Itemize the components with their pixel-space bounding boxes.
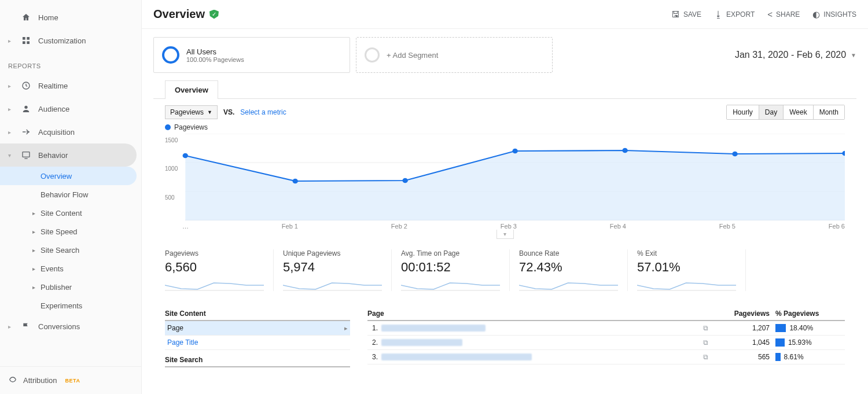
pct-bar [775, 338, 785, 347]
nav-audience[interactable]: ▸ Audience [0, 97, 141, 120]
gran-hourly[interactable]: Hourly [727, 105, 759, 119]
segment-all-users[interactable]: All Users 100.00% Pageviews [153, 37, 350, 73]
insights-icon: ◐ [812, 9, 820, 20]
row-pageviews: 1,207 [712, 324, 770, 332]
sparkline [401, 278, 500, 291]
line-chart: 1500 1000 500 [165, 134, 845, 220]
scorecard[interactable]: Pageviews 6,560 [165, 249, 274, 291]
subitem-publisher[interactable]: Publisher [0, 278, 141, 296]
metric-dropdown[interactable]: Pageviews▼ [165, 105, 218, 119]
redacted-text [381, 354, 532, 360]
scorecard[interactable]: Bounce Rate 72.43% [519, 249, 628, 291]
sparkline [283, 278, 382, 291]
vs-label: VS. [223, 108, 234, 116]
share-icon: < [767, 9, 773, 19]
nav-acquisition[interactable]: ▸ Acquisition [0, 120, 141, 143]
scorecard[interactable]: Avg. Time on Page 00:01:52 [401, 249, 510, 291]
gran-day[interactable]: Day [759, 105, 784, 119]
pct-value: 8.61% [784, 353, 804, 361]
svg-rect-2 [23, 41, 25, 44]
subitem-overview[interactable]: Overview [0, 167, 137, 185]
segment-title: All Users [186, 47, 244, 56]
popout-icon[interactable]: ⧉ [703, 324, 708, 332]
scorecard[interactable]: % Exit 57.01% [637, 249, 746, 291]
beta-badge: BETA [65, 378, 80, 384]
subitem-behavior-flow[interactable]: Behavior Flow [0, 185, 141, 204]
nav-customization[interactable]: ▸ Customization [0, 29, 141, 52]
insights-button[interactable]: ◐INSIGHTS [812, 9, 856, 20]
left-table-header2: Site Search [165, 354, 350, 367]
subitem-site-content[interactable]: Site Content [0, 204, 141, 222]
chevron-icon: ▸ [8, 38, 14, 44]
ytick-500: 500 [165, 194, 175, 200]
table-row[interactable]: 1. ⧉ 1,207 18.40% [367, 321, 845, 336]
scorecard-label: Pageviews [165, 249, 264, 257]
save-button[interactable]: 🖫SAVE [671, 9, 701, 20]
nav-behavior-label: Behavior [38, 151, 68, 160]
home-icon [21, 13, 31, 22]
segment-circle-empty-icon [365, 47, 380, 62]
redacted-text [381, 339, 462, 346]
popout-icon[interactable]: ⧉ [703, 353, 708, 361]
row-index: 1. [367, 324, 381, 332]
page-title: Overview [153, 8, 205, 21]
left-table-header: Site Content [165, 307, 350, 321]
left-row-page-title[interactable]: Page Title [165, 336, 350, 350]
nav-conversions[interactable]: ▸ Conversions [0, 315, 141, 338]
pct-value: 15.93% [788, 338, 812, 347]
scorecard[interactable]: Unique Pageviews 5,974 [283, 249, 392, 291]
col-page: Page [367, 310, 712, 318]
legend-dot-icon [165, 124, 171, 130]
add-segment[interactable]: + Add Segment [356, 37, 553, 73]
chevron-right-icon: ▸ [344, 325, 348, 332]
nav-behavior[interactable]: ▾ Behavior [0, 143, 137, 167]
left-row-page[interactable]: Page ▸ [165, 321, 350, 336]
export-button[interactable]: ⭳EXPORT [714, 9, 755, 20]
row-pageviews: 565 [712, 353, 770, 361]
scorecards: Pageviews 6,560 Unique Pageviews 5,974 A… [142, 239, 868, 297]
xtick: Feb 5 [719, 223, 735, 230]
scorecard-value: 72.43% [519, 260, 618, 275]
action-bar: 🖫SAVE ⭳EXPORT <SHARE ◐INSIGHTS [671, 9, 856, 20]
subitem-experiments[interactable]: Experiments [0, 296, 141, 315]
scorecard-label: Bounce Rate [519, 249, 618, 257]
tab-overview[interactable]: Overview [165, 80, 218, 99]
nav-realtime-label: Realtime [38, 82, 68, 90]
xtick: Feb 1 [282, 223, 298, 230]
date-range-picker[interactable]: Jan 31, 2020 - Feb 6, 2020 ▼ [735, 50, 856, 60]
subitem-events[interactable]: Events [0, 259, 141, 278]
table-row[interactable]: 2. ⧉ 1,045 15.93% [367, 336, 845, 350]
gran-month[interactable]: Month [814, 105, 844, 119]
nav-home[interactable]: Home [0, 6, 141, 29]
shield-icon: ✓ [209, 10, 219, 19]
table-section: Site Content Page ▸ Page Title Site Sear… [142, 307, 868, 367]
table-row[interactable]: 3. ⧉ 565 8.61% [367, 350, 845, 364]
svg-rect-1 [27, 37, 30, 40]
select-metric-link[interactable]: Select a metric [240, 108, 286, 116]
gran-week[interactable]: Week [784, 105, 813, 119]
svg-rect-6 [23, 152, 30, 157]
xtick: Feb 2 [391, 223, 407, 230]
nav-attribution[interactable]: Attribution BETA [0, 366, 141, 394]
chevron-down-icon: ▼ [851, 52, 856, 58]
nav-audience-label: Audience [38, 105, 69, 113]
subitem-site-speed[interactable]: Site Speed [0, 222, 141, 241]
ytick-1000: 1000 [165, 165, 178, 172]
save-icon: 🖫 [671, 9, 680, 19]
row-page [381, 339, 703, 346]
date-range-label: Jan 31, 2020 - Feb 6, 2020 [735, 50, 846, 60]
xtick: … [182, 223, 189, 230]
svg-point-12 [293, 179, 298, 184]
clock-icon [21, 81, 31, 90]
subitem-site-search[interactable]: Site Search [0, 241, 141, 259]
chart-legend: Pageviews [165, 123, 845, 131]
row-index: 3. [367, 353, 381, 361]
chart-expand-toggle[interactable]: ▾ [496, 230, 514, 239]
share-button[interactable]: <SHARE [767, 9, 800, 20]
popout-icon[interactable]: ⧉ [703, 338, 708, 347]
pct-value: 18.40% [789, 324, 813, 332]
chevron-icon: ▸ [8, 106, 14, 112]
scorecard-value: 00:01:52 [401, 260, 500, 275]
nav-realtime[interactable]: ▸ Realtime [0, 74, 141, 97]
topbar: Overview ✓ 🖫SAVE ⭳EXPORT <SHARE ◐INSIGHT… [142, 0, 868, 29]
